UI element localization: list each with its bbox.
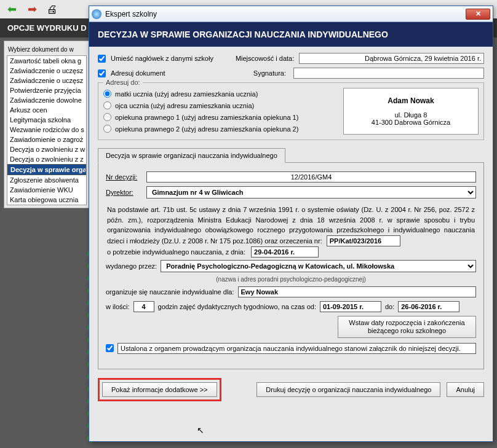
chk-header[interactable] bbox=[98, 55, 106, 63]
chk-address[interactable] bbox=[98, 69, 106, 77]
list-item[interactable]: Zawiadomienie WKU bbox=[7, 185, 86, 195]
para2-text: o potrzebie indywidualnego nauczania, z … bbox=[107, 248, 245, 256]
address-radio[interactable] bbox=[103, 101, 111, 109]
nr-input[interactable] bbox=[146, 171, 476, 183]
attachment-text[interactable] bbox=[117, 343, 476, 354]
forward-icon[interactable]: ➡ bbox=[23, 2, 41, 17]
list-item[interactable]: Decyzja o zwolnieniu z w bbox=[7, 144, 86, 154]
print-button[interactable]: Drukuj decyzję o organizacji nauczania i… bbox=[256, 382, 440, 397]
address-city: 41-300 Dabrowa Górnicza bbox=[351, 119, 471, 126]
date-from-input[interactable] bbox=[320, 301, 381, 312]
dir-select[interactable]: Gimnazjum nr 4 w Gliwicach bbox=[146, 186, 476, 198]
show-more-button[interactable]: Pokaż informacje dodatkowe >> bbox=[102, 382, 217, 397]
insert-dates-button[interactable]: Wstaw daty rozpoczęcia i zakończenia bie… bbox=[338, 316, 476, 338]
nr-label: Nr decyzji: bbox=[106, 173, 143, 181]
address-lines: ul. Długa 8 41-300 Dabrowa Górnicza bbox=[351, 111, 471, 126]
org-input[interactable] bbox=[238, 286, 476, 297]
titlebar-text: Ekspert szkolny bbox=[105, 10, 466, 18]
orz-nr-input[interactable] bbox=[327, 235, 400, 246]
list-item[interactable]: Zaświadczenie o uczęsz bbox=[7, 66, 86, 76]
app-icon bbox=[92, 9, 101, 19]
dialog-body: Umieść nagłówek z danymi szkoły Miejscow… bbox=[89, 47, 493, 407]
list-item[interactable]: Potwierdzenie przyjęcia bbox=[7, 85, 86, 95]
bg-doc-list[interactable]: Zawartość tabeli okna gZaświadczenie o u… bbox=[7, 55, 87, 205]
back-icon[interactable]: ⬅ bbox=[3, 2, 20, 17]
list-item[interactable]: Wezwanie rodziców do s bbox=[7, 125, 86, 135]
dialog-header: DECYZJA W SPRAWIE ORGANIZACJI NAUCZANIA … bbox=[89, 22, 493, 47]
dir-label: Dyrektor: bbox=[106, 189, 143, 196]
chk-address-label: Adresuj dokument bbox=[111, 69, 165, 77]
chk-header-label: Umieść nagłówek z danymi szkoły bbox=[111, 55, 213, 62]
address-option-label: matki ucznia (użyj adresu zamieszkania u… bbox=[115, 90, 258, 98]
list-item[interactable]: Decyzja w sprawie orgar bbox=[7, 164, 86, 175]
list-item[interactable]: Legitymacja szkolna bbox=[7, 115, 86, 125]
loc-date-label: Miejscowość i data: bbox=[236, 55, 294, 62]
issued-select[interactable]: Poradnię Psychologiczno-Pedagogiczną w K… bbox=[161, 260, 476, 272]
print-icon[interactable]: 🖨 bbox=[44, 2, 61, 17]
list-item[interactable]: Zaświadczenie o uczęsz bbox=[7, 76, 86, 85]
issued-note: (nazwa i adres poradni psychologiczno-pe… bbox=[106, 276, 476, 283]
address-option[interactable]: opiekuna prawnego 2 (użyj adresu zamiesz… bbox=[103, 123, 337, 135]
cancel-button[interactable]: Anuluj bbox=[447, 382, 484, 397]
bg-panel-label: Wybierz dokument do w bbox=[8, 46, 85, 53]
chk-attachment[interactable] bbox=[106, 344, 114, 352]
close-button[interactable]: ✕ bbox=[466, 9, 490, 20]
address-option-label: opiekuna prawnego 1 (użyj adresu zamiesz… bbox=[115, 114, 298, 121]
address-option[interactable]: opiekuna prawnego 1 (użyj adresu zamiesz… bbox=[103, 111, 337, 123]
legal-paragraph: Na podstawie art. 71b ust. 5c ustawy z d… bbox=[106, 202, 476, 260]
sig-input[interactable] bbox=[293, 68, 484, 79]
list-item[interactable]: Zaświadczenie dowolne bbox=[7, 95, 86, 105]
list-item[interactable]: Zawiadomienie o zagroż bbox=[7, 135, 86, 144]
tab-content: Nr decyzji: Dyrektor: Gimnazjum nr 4 w G… bbox=[98, 163, 484, 369]
address-legend: Adresuj do: bbox=[103, 79, 143, 86]
address-street: ul. Długa 8 bbox=[351, 111, 471, 119]
address-option[interactable]: matki ucznia (użyj adresu zamieszkania u… bbox=[103, 88, 337, 100]
address-option-label: opiekuna prawnego 2 (użyj adresu zamiesz… bbox=[115, 125, 298, 133]
list-item[interactable]: Karta obiegowa ucznia bbox=[7, 195, 86, 205]
address-option-label: ojca ucznia (użyj adresu zamieszkania uc… bbox=[115, 102, 254, 109]
list-item[interactable]: Decyzja o zwolnieniu z z bbox=[7, 154, 86, 164]
address-options: matki ucznia (użyj adresu zamieszkania u… bbox=[103, 88, 337, 135]
qty-input[interactable] bbox=[133, 301, 154, 312]
highlight-frame: Pokaż informacje dodatkowe >> bbox=[98, 378, 221, 401]
address-option[interactable]: ojca ucznia (użyj adresu zamieszkania uc… bbox=[103, 100, 337, 111]
address-radio[interactable] bbox=[103, 90, 111, 98]
list-item[interactable]: Zgłoszenie absolwenta bbox=[7, 175, 86, 185]
address-name: Adam Nowak bbox=[351, 96, 471, 105]
date-to-input[interactable] bbox=[398, 301, 459, 312]
loc-date-input[interactable] bbox=[299, 53, 484, 64]
para1-text: Na podstawie art. 71b ust. 5c ustawy z d… bbox=[107, 206, 475, 245]
titlebar: Ekspert szkolny ✕ bbox=[89, 6, 493, 22]
issued-label: wydanego przez: bbox=[106, 262, 157, 270]
list-item[interactable]: Zawartość tabeli okna g bbox=[7, 56, 86, 66]
org-label: organizuje się nauczanie indywidualne dl… bbox=[106, 288, 234, 296]
qty-label2: godzin zajęć dydaktycznych tygodniowo, n… bbox=[158, 303, 316, 310]
dialog-window: Ekspert szkolny ✕ DECYZJA W SPRAWIE ORGA… bbox=[89, 6, 493, 442]
qty-label1: w ilości: bbox=[106, 303, 130, 310]
button-row: Pokaż informacje dodatkowe >> Drukuj dec… bbox=[98, 378, 484, 401]
sig-label: Sygnatura: bbox=[253, 69, 286, 77]
address-radio[interactable] bbox=[103, 113, 111, 121]
bg-panel: Wybierz dokument do w Zawartość tabeli o… bbox=[4, 41, 90, 208]
list-item[interactable]: Arkusz ocen bbox=[7, 105, 86, 115]
tab-decision[interactable]: Decyzja w sprawie organizacji nauczania … bbox=[98, 148, 285, 163]
date-to-label: do: bbox=[385, 303, 394, 310]
address-radio[interactable] bbox=[103, 125, 111, 133]
orz-date-input[interactable] bbox=[251, 246, 319, 257]
address-fieldset: Adresuj do: matki ucznia (użyj adresu za… bbox=[98, 82, 484, 140]
address-preview: Adam Nowak ul. Długa 8 41-300 Dabrowa Gó… bbox=[343, 88, 479, 135]
tab-strip: Decyzja w sprawie organizacji nauczania … bbox=[98, 147, 484, 163]
